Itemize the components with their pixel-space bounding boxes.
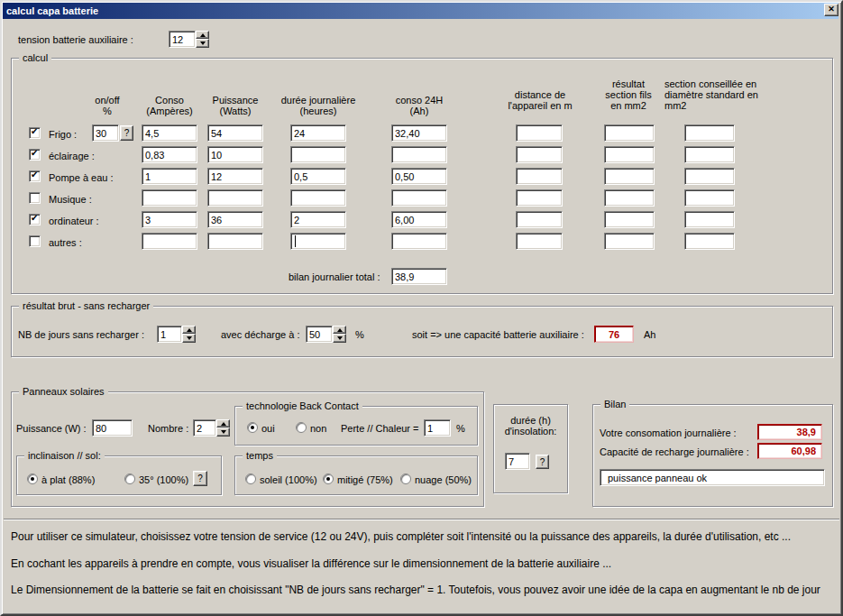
temps-mitige-radio[interactable]: [323, 473, 334, 484]
musique-conso-input[interactable]: [142, 189, 197, 207]
spin-up-icon[interactable]: [333, 326, 346, 334]
musique-checkbox[interactable]: [29, 192, 41, 204]
frigo-conso-input[interactable]: [142, 124, 197, 142]
musique-section-std-input[interactable]: [684, 189, 735, 207]
autres-section-std-input[interactable]: [684, 233, 735, 250]
frigo-section-fils-input[interactable]: [604, 124, 655, 142]
group-calcul-legend: calcul: [19, 52, 51, 63]
spin-down-icon[interactable]: [333, 334, 346, 343]
autres-distance-input[interactable]: [516, 233, 563, 250]
close-icon[interactable]: ✕: [824, 4, 838, 16]
autres-conso24-input[interactable]: [391, 233, 447, 250]
spin-down-icon[interactable]: [216, 428, 230, 437]
techno-oui-label[interactable]: oui: [261, 423, 275, 434]
header-onoff: on/off %: [78, 95, 136, 116]
perte-chaleur-input[interactable]: [424, 419, 451, 437]
frigo-section-std-input[interactable]: [684, 124, 735, 142]
spin-up-icon[interactable]: [216, 419, 230, 428]
decharge-input[interactable]: [306, 326, 333, 343]
eclairage-section-std-input[interactable]: [684, 146, 735, 163]
ordinateur-conso-input[interactable]: [142, 211, 197, 228]
pompe-checkbox[interactable]: [29, 170, 41, 182]
perte-chaleur-unit-label: %: [456, 423, 465, 434]
nb-jours-spinner: [182, 326, 196, 343]
bilan-status-field[interactable]: [600, 469, 825, 486]
panneau-puissance-input[interactable]: [92, 419, 133, 437]
musique-puissance-input[interactable]: [207, 189, 263, 207]
frigo-duree-input[interactable]: [290, 124, 346, 142]
temps-nuage-radio[interactable]: [400, 473, 411, 484]
autres-puissance-input[interactable]: [207, 233, 263, 250]
frigo-onoff-input[interactable]: [92, 124, 119, 142]
frigo-conso24-input[interactable]: [391, 124, 447, 142]
bilan-total-field[interactable]: [391, 268, 447, 285]
pompe-section-fils-input[interactable]: [604, 168, 655, 185]
spin-up-icon[interactable]: [182, 326, 196, 334]
tension-label: tension batterie auxiliaire :: [18, 34, 133, 45]
eclairage-section-fils-input[interactable]: [604, 146, 655, 163]
techno-non-label[interactable]: non: [310, 423, 326, 434]
bilan-total-label: bilan journalier total :: [289, 271, 380, 282]
tension-input[interactable]: [169, 31, 196, 48]
insolation-label: durée (h) d'insolation:: [496, 415, 565, 437]
eclairage-checkbox[interactable]: [29, 149, 41, 161]
techno-non-radio[interactable]: [296, 422, 307, 433]
decharge-label: avec décharge à :: [221, 329, 299, 340]
insolation-input[interactable]: [505, 453, 530, 470]
musique-label: Musique :: [49, 194, 92, 205]
spin-up-icon[interactable]: [196, 31, 209, 39]
pompe-puissance-input[interactable]: [207, 168, 263, 185]
pompe-label: Pompe à eau :: [49, 172, 114, 183]
ordinateur-puissance-input[interactable]: [207, 211, 263, 228]
autres-checkbox[interactable]: [29, 235, 41, 247]
frigo-checkbox[interactable]: [29, 127, 41, 139]
temps-soleil-radio[interactable]: [245, 473, 256, 484]
capacite-field[interactable]: [594, 326, 634, 343]
ordinateur-checkbox[interactable]: [29, 214, 41, 225]
pompe-conso24-input[interactable]: [391, 168, 447, 185]
temps-mitige-label[interactable]: mitigé (75%): [337, 474, 393, 485]
header-conso: Conso (Ampères): [139, 95, 200, 116]
autres-section-fils-input[interactable]: [604, 233, 655, 250]
header-resultat: résultat section fils en mm2: [588, 78, 669, 111]
pompe-distance-input[interactable]: [516, 168, 563, 185]
inclinaison-help-button[interactable]: ?: [193, 471, 207, 486]
nb-jours-input[interactable]: [157, 326, 182, 343]
insolation-help-button[interactable]: ?: [536, 455, 549, 469]
ordinateur-conso24-input[interactable]: [391, 211, 447, 228]
spin-down-icon[interactable]: [196, 39, 209, 48]
temps-soleil-label[interactable]: soleil (100%): [260, 474, 317, 485]
musique-duree-input[interactable]: [290, 189, 346, 207]
frigo-help-button[interactable]: ?: [120, 125, 133, 141]
techno-oui-radio[interactable]: [247, 422, 258, 433]
ordinateur-section-fils-input[interactable]: [604, 211, 655, 228]
frigo-puissance-input[interactable]: [207, 124, 263, 142]
ordinateur-distance-input[interactable]: [516, 211, 563, 228]
inclinaison-plat-label[interactable]: à plat (88%): [41, 474, 95, 485]
pompe-section-std-input[interactable]: [684, 168, 735, 185]
tension-spinner: [196, 31, 209, 48]
eclairage-duree-input[interactable]: [290, 146, 346, 163]
inclinaison-plat-radio[interactable]: [27, 473, 38, 484]
temps-nuage-label[interactable]: nuage (50%): [415, 474, 472, 485]
ordinateur-duree-input[interactable]: [290, 211, 346, 228]
frigo-distance-input[interactable]: [516, 124, 563, 142]
pompe-duree-input[interactable]: [290, 168, 346, 185]
autres-duree-input[interactable]: [290, 233, 346, 250]
bilan-conso-field[interactable]: [757, 424, 822, 440]
inclinaison-35-radio[interactable]: [124, 473, 135, 484]
spin-down-icon[interactable]: [182, 334, 196, 343]
musique-conso24-input[interactable]: [391, 189, 447, 207]
bilan-recharge-field[interactable]: [757, 443, 822, 459]
autres-conso-input[interactable]: [142, 233, 197, 250]
pompe-conso-input[interactable]: [142, 168, 197, 185]
eclairage-puissance-input[interactable]: [207, 146, 263, 163]
eclairage-conso24-input[interactable]: [391, 146, 447, 163]
musique-section-fils-input[interactable]: [604, 189, 655, 207]
eclairage-conso-input[interactable]: [142, 146, 197, 163]
eclairage-distance-input[interactable]: [516, 146, 563, 163]
ordinateur-section-std-input[interactable]: [684, 211, 735, 228]
panneau-nombre-input[interactable]: [193, 419, 216, 437]
inclinaison-35-label[interactable]: 35° (100%): [139, 474, 188, 485]
musique-distance-input[interactable]: [516, 189, 563, 207]
